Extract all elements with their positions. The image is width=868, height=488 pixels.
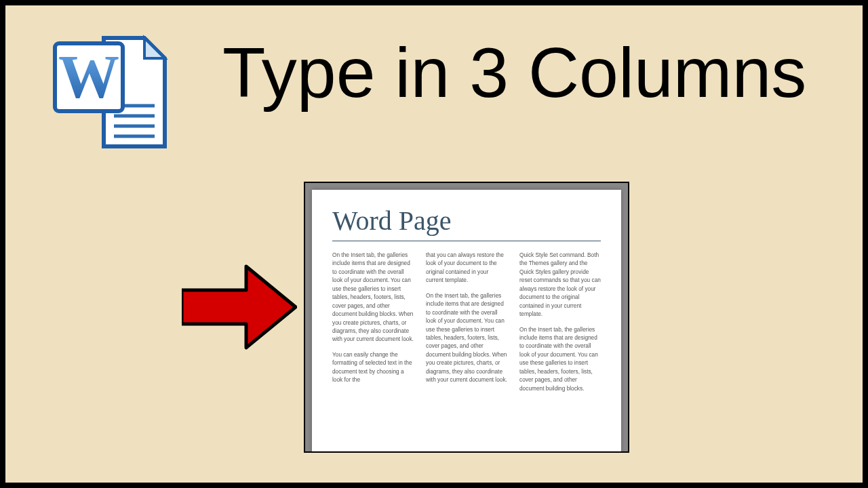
arrow-icon bbox=[182, 263, 297, 351]
document-preview: Word Page On the Insert tab, the galleri… bbox=[304, 182, 629, 453]
column-1: On the Insert tab, the galleries include… bbox=[332, 251, 414, 399]
column-2: that you can always restore the look of … bbox=[426, 251, 507, 399]
document-heading: Word Page bbox=[332, 205, 601, 237]
column-3: Quick Style Set command. Both the Themes… bbox=[519, 251, 601, 399]
paragraph: Quick Style Set command. Both the Themes… bbox=[519, 251, 601, 319]
word-icon: W bbox=[43, 24, 178, 160]
paragraph: You can easily change the formatting of … bbox=[332, 350, 414, 384]
svg-marker-8 bbox=[182, 266, 296, 348]
paragraph: On the Insert tab, the galleries include… bbox=[426, 291, 507, 384]
main-title: Type in 3 Columns bbox=[222, 33, 806, 113]
paragraph: that you can always restore the look of … bbox=[426, 251, 507, 285]
three-columns: On the Insert tab, the galleries include… bbox=[332, 251, 601, 399]
document-page: Word Page On the Insert tab, the galleri… bbox=[312, 190, 621, 453]
svg-marker-1 bbox=[144, 38, 165, 58]
svg-text:W: W bbox=[58, 43, 119, 110]
paragraph: On the Insert tab, the galleries include… bbox=[332, 251, 414, 344]
paragraph: On the Insert tab, the galleries include… bbox=[519, 325, 601, 393]
heading-underline bbox=[332, 241, 601, 241]
